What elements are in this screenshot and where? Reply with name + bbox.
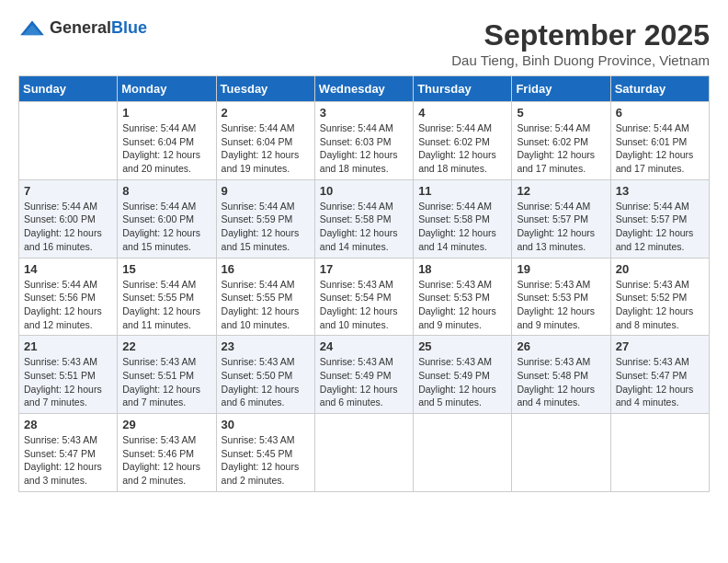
- day-number: 4: [418, 106, 506, 120]
- day-info: Sunrise: 5:44 AM Sunset: 5:57 PM Dayligh…: [616, 200, 704, 254]
- day-number: 29: [122, 418, 210, 431]
- week-row: 14Sunrise: 5:44 AM Sunset: 5:56 PM Dayli…: [19, 258, 710, 336]
- day-number: 3: [320, 106, 408, 120]
- calendar-cell: [19, 102, 118, 180]
- calendar-cell: 3Sunrise: 5:44 AM Sunset: 6:03 PM Daylig…: [314, 102, 413, 180]
- day-number: 10: [320, 184, 408, 198]
- calendar-cell: 22Sunrise: 5:43 AM Sunset: 5:51 PM Dayli…: [118, 336, 216, 414]
- column-header-thursday: Thursday: [414, 76, 512, 102]
- day-number: 9: [222, 184, 310, 198]
- day-info: Sunrise: 5:44 AM Sunset: 6:00 PM Dayligh…: [24, 200, 112, 254]
- calendar-cell: 16Sunrise: 5:44 AM Sunset: 5:55 PM Dayli…: [216, 258, 314, 336]
- week-row: 1Sunrise: 5:44 AM Sunset: 6:04 PM Daylig…: [19, 102, 710, 180]
- calendar-cell: 2Sunrise: 5:44 AM Sunset: 6:04 PM Daylig…: [216, 102, 314, 180]
- logo-blue: Blue: [111, 18, 147, 38]
- calendar-cell: 26Sunrise: 5:43 AM Sunset: 5:48 PM Dayli…: [512, 336, 610, 414]
- calendar-cell: 6Sunrise: 5:44 AM Sunset: 6:01 PM Daylig…: [610, 102, 709, 180]
- calendar-cell: 29Sunrise: 5:43 AM Sunset: 5:46 PM Dayli…: [118, 414, 216, 492]
- day-info: Sunrise: 5:43 AM Sunset: 5:54 PM Dayligh…: [320, 278, 408, 332]
- week-row: 21Sunrise: 5:43 AM Sunset: 5:51 PM Dayli…: [19, 336, 710, 414]
- day-number: 30: [222, 418, 310, 431]
- title-area: September 2025 Dau Tieng, Binh Duong Pro…: [451, 18, 710, 68]
- logo-general: General: [50, 18, 111, 38]
- day-number: 12: [517, 184, 605, 198]
- calendar-cell: 8Sunrise: 5:44 AM Sunset: 6:00 PM Daylig…: [118, 179, 216, 258]
- calendar-cell: 18Sunrise: 5:43 AM Sunset: 5:53 PM Dayli…: [414, 258, 512, 336]
- header: General Blue September 2025 Dau Tieng, B…: [18, 18, 710, 68]
- calendar-cell: 14Sunrise: 5:44 AM Sunset: 5:56 PM Dayli…: [19, 258, 118, 336]
- month-title: September 2025: [451, 18, 710, 52]
- day-number: 14: [24, 262, 112, 276]
- day-number: 11: [418, 184, 506, 198]
- day-number: 15: [122, 262, 210, 276]
- day-info: Sunrise: 5:43 AM Sunset: 5:47 PM Dayligh…: [616, 355, 704, 409]
- day-number: 22: [122, 339, 210, 353]
- logo: General Blue: [18, 18, 147, 38]
- day-info: Sunrise: 5:43 AM Sunset: 5:51 PM Dayligh…: [24, 355, 112, 409]
- day-number: 28: [24, 418, 112, 431]
- day-info: Sunrise: 5:44 AM Sunset: 6:04 PM Dayligh…: [122, 121, 210, 176]
- logo-icon: [18, 19, 46, 38]
- column-header-wednesday: Wednesday: [314, 76, 413, 102]
- day-info: Sunrise: 5:44 AM Sunset: 6:01 PM Dayligh…: [616, 121, 704, 176]
- calendar-cell: 11Sunrise: 5:44 AM Sunset: 5:58 PM Dayli…: [414, 179, 512, 258]
- day-number: 6: [616, 106, 704, 120]
- day-number: 26: [517, 339, 605, 353]
- calendar-cell: [314, 414, 413, 492]
- day-info: Sunrise: 5:44 AM Sunset: 5:58 PM Dayligh…: [320, 200, 408, 254]
- day-info: Sunrise: 5:43 AM Sunset: 5:45 PM Dayligh…: [222, 433, 310, 488]
- calendar-cell: 23Sunrise: 5:43 AM Sunset: 5:50 PM Dayli…: [216, 336, 314, 414]
- calendar-cell: 15Sunrise: 5:44 AM Sunset: 5:55 PM Dayli…: [118, 258, 216, 336]
- day-number: 24: [320, 339, 408, 353]
- day-number: 25: [418, 339, 506, 353]
- day-number: 7: [24, 184, 112, 198]
- day-number: 27: [616, 339, 704, 353]
- day-info: Sunrise: 5:43 AM Sunset: 5:50 PM Dayligh…: [222, 355, 310, 409]
- calendar-cell: 4Sunrise: 5:44 AM Sunset: 6:02 PM Daylig…: [414, 102, 512, 180]
- day-info: Sunrise: 5:44 AM Sunset: 5:55 PM Dayligh…: [122, 278, 210, 332]
- day-number: 2: [222, 106, 310, 120]
- day-info: Sunrise: 5:44 AM Sunset: 6:02 PM Dayligh…: [418, 121, 506, 176]
- day-number: 17: [320, 262, 408, 276]
- day-info: Sunrise: 5:44 AM Sunset: 5:59 PM Dayligh…: [222, 200, 310, 254]
- day-info: Sunrise: 5:43 AM Sunset: 5:53 PM Dayligh…: [517, 278, 605, 332]
- calendar-cell: 19Sunrise: 5:43 AM Sunset: 5:53 PM Dayli…: [512, 258, 610, 336]
- calendar-cell: 28Sunrise: 5:43 AM Sunset: 5:47 PM Dayli…: [19, 414, 118, 492]
- day-info: Sunrise: 5:44 AM Sunset: 5:58 PM Dayligh…: [418, 200, 506, 254]
- day-number: 19: [517, 262, 605, 276]
- day-number: 23: [222, 339, 310, 353]
- column-header-friday: Friday: [512, 76, 610, 102]
- calendar-cell: 13Sunrise: 5:44 AM Sunset: 5:57 PM Dayli…: [610, 179, 709, 258]
- calendar-header-row: SundayMondayTuesdayWednesdayThursdayFrid…: [19, 76, 710, 102]
- location-title: Dau Tieng, Binh Duong Province, Vietnam: [451, 52, 710, 68]
- day-info: Sunrise: 5:43 AM Sunset: 5:53 PM Dayligh…: [418, 278, 506, 332]
- day-info: Sunrise: 5:44 AM Sunset: 6:04 PM Dayligh…: [222, 121, 310, 176]
- day-number: 21: [24, 339, 112, 353]
- day-info: Sunrise: 5:43 AM Sunset: 5:48 PM Dayligh…: [517, 355, 605, 409]
- day-number: 13: [616, 184, 704, 198]
- calendar-cell: 9Sunrise: 5:44 AM Sunset: 5:59 PM Daylig…: [216, 179, 314, 258]
- day-number: 20: [616, 262, 704, 276]
- day-info: Sunrise: 5:44 AM Sunset: 6:02 PM Dayligh…: [517, 121, 605, 176]
- day-info: Sunrise: 5:43 AM Sunset: 5:49 PM Dayligh…: [320, 355, 408, 409]
- week-row: 28Sunrise: 5:43 AM Sunset: 5:47 PM Dayli…: [19, 414, 710, 492]
- calendar-cell: 10Sunrise: 5:44 AM Sunset: 5:58 PM Dayli…: [314, 179, 413, 258]
- day-number: 16: [222, 262, 310, 276]
- column-header-tuesday: Tuesday: [216, 76, 314, 102]
- calendar-cell: 30Sunrise: 5:43 AM Sunset: 5:45 PM Dayli…: [216, 414, 314, 492]
- day-info: Sunrise: 5:43 AM Sunset: 5:51 PM Dayligh…: [122, 355, 210, 409]
- day-info: Sunrise: 5:43 AM Sunset: 5:52 PM Dayligh…: [616, 278, 704, 332]
- day-info: Sunrise: 5:44 AM Sunset: 5:55 PM Dayligh…: [222, 278, 310, 332]
- day-number: 5: [517, 106, 605, 120]
- column-header-saturday: Saturday: [610, 76, 709, 102]
- calendar-cell: 24Sunrise: 5:43 AM Sunset: 5:49 PM Dayli…: [314, 336, 413, 414]
- day-info: Sunrise: 5:43 AM Sunset: 5:47 PM Dayligh…: [24, 433, 112, 488]
- column-header-sunday: Sunday: [19, 76, 118, 102]
- calendar-cell: 1Sunrise: 5:44 AM Sunset: 6:04 PM Daylig…: [118, 102, 216, 180]
- day-info: Sunrise: 5:44 AM Sunset: 5:57 PM Dayligh…: [517, 200, 605, 254]
- day-info: Sunrise: 5:43 AM Sunset: 5:46 PM Dayligh…: [122, 433, 210, 488]
- day-info: Sunrise: 5:44 AM Sunset: 6:03 PM Dayligh…: [320, 121, 408, 176]
- day-info: Sunrise: 5:43 AM Sunset: 5:49 PM Dayligh…: [418, 355, 506, 409]
- day-number: 1: [122, 106, 210, 120]
- day-number: 8: [122, 184, 210, 198]
